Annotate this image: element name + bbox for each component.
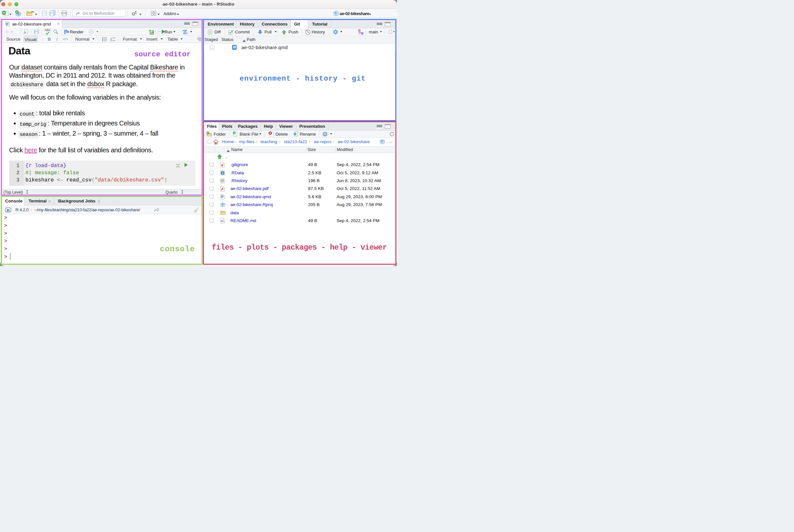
svg-text:R: R xyxy=(222,171,224,175)
svg-text:MD: MD xyxy=(221,220,224,222)
svg-text:R: R xyxy=(335,12,337,14)
svg-text:2: 2 xyxy=(110,39,112,41)
svg-text:G: G xyxy=(132,12,135,16)
svg-text:R: R xyxy=(6,208,10,213)
svg-text:R: R xyxy=(381,140,383,143)
svg-text:R: R xyxy=(222,203,224,206)
